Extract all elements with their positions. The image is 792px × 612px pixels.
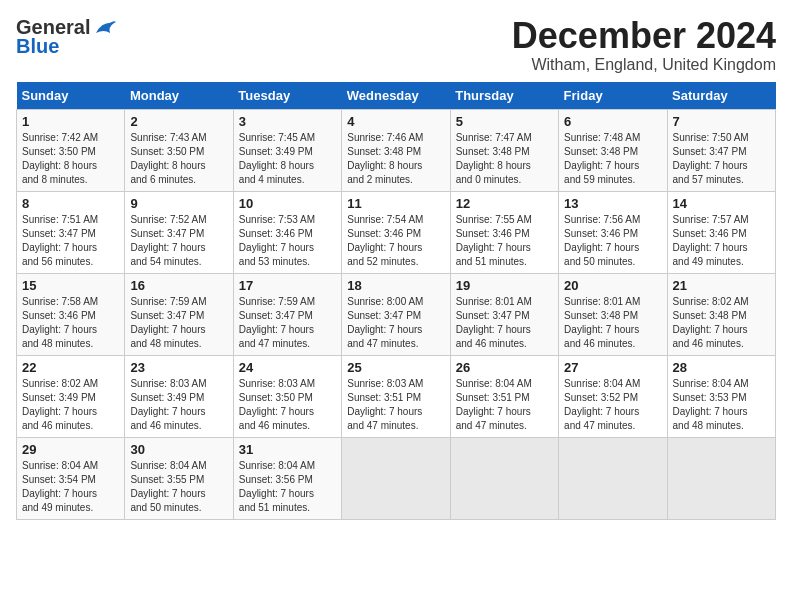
calendar-cell: 21Sunrise: 8:02 AMSunset: 3:48 PMDayligh… bbox=[667, 273, 775, 355]
calendar-cell: 28Sunrise: 8:04 AMSunset: 3:53 PMDayligh… bbox=[667, 355, 775, 437]
day-number: 23 bbox=[130, 360, 227, 375]
day-number: 16 bbox=[130, 278, 227, 293]
day-number: 5 bbox=[456, 114, 553, 129]
day-info: Sunrise: 8:02 AMSunset: 3:48 PMDaylight:… bbox=[673, 295, 770, 351]
calendar-cell: 11Sunrise: 7:54 AMSunset: 3:46 PMDayligh… bbox=[342, 191, 450, 273]
calendar-cell: 9Sunrise: 7:52 AMSunset: 3:47 PMDaylight… bbox=[125, 191, 233, 273]
day-number: 3 bbox=[239, 114, 336, 129]
day-info: Sunrise: 8:04 AMSunset: 3:53 PMDaylight:… bbox=[673, 377, 770, 433]
day-number: 25 bbox=[347, 360, 444, 375]
day-info: Sunrise: 7:56 AMSunset: 3:46 PMDaylight:… bbox=[564, 213, 661, 269]
calendar-body: 1Sunrise: 7:42 AMSunset: 3:50 PMDaylight… bbox=[17, 109, 776, 519]
logo-blue-text: Blue bbox=[16, 35, 59, 58]
week-row-1: 1Sunrise: 7:42 AMSunset: 3:50 PMDaylight… bbox=[17, 109, 776, 191]
day-number: 27 bbox=[564, 360, 661, 375]
month-title: December 2024 bbox=[512, 16, 776, 56]
day-info: Sunrise: 7:42 AMSunset: 3:50 PMDaylight:… bbox=[22, 131, 119, 187]
week-row-2: 8Sunrise: 7:51 AMSunset: 3:47 PMDaylight… bbox=[17, 191, 776, 273]
calendar-cell: 10Sunrise: 7:53 AMSunset: 3:46 PMDayligh… bbox=[233, 191, 341, 273]
calendar-cell: 15Sunrise: 7:58 AMSunset: 3:46 PMDayligh… bbox=[17, 273, 125, 355]
day-info: Sunrise: 7:58 AMSunset: 3:46 PMDaylight:… bbox=[22, 295, 119, 351]
day-number: 10 bbox=[239, 196, 336, 211]
week-row-5: 29Sunrise: 8:04 AMSunset: 3:54 PMDayligh… bbox=[17, 437, 776, 519]
calendar-cell bbox=[667, 437, 775, 519]
calendar-cell: 20Sunrise: 8:01 AMSunset: 3:48 PMDayligh… bbox=[559, 273, 667, 355]
day-info: Sunrise: 7:59 AMSunset: 3:47 PMDaylight:… bbox=[239, 295, 336, 351]
week-row-3: 15Sunrise: 7:58 AMSunset: 3:46 PMDayligh… bbox=[17, 273, 776, 355]
day-info: Sunrise: 8:04 AMSunset: 3:52 PMDaylight:… bbox=[564, 377, 661, 433]
day-info: Sunrise: 8:04 AMSunset: 3:51 PMDaylight:… bbox=[456, 377, 553, 433]
calendar-cell: 29Sunrise: 8:04 AMSunset: 3:54 PMDayligh… bbox=[17, 437, 125, 519]
day-info: Sunrise: 8:03 AMSunset: 3:50 PMDaylight:… bbox=[239, 377, 336, 433]
day-info: Sunrise: 7:52 AMSunset: 3:47 PMDaylight:… bbox=[130, 213, 227, 269]
day-number: 21 bbox=[673, 278, 770, 293]
day-info: Sunrise: 7:43 AMSunset: 3:50 PMDaylight:… bbox=[130, 131, 227, 187]
day-header-monday: Monday bbox=[125, 82, 233, 110]
day-number: 31 bbox=[239, 442, 336, 457]
day-number: 6 bbox=[564, 114, 661, 129]
day-info: Sunrise: 8:01 AMSunset: 3:48 PMDaylight:… bbox=[564, 295, 661, 351]
calendar-cell: 31Sunrise: 8:04 AMSunset: 3:56 PMDayligh… bbox=[233, 437, 341, 519]
calendar-cell: 2Sunrise: 7:43 AMSunset: 3:50 PMDaylight… bbox=[125, 109, 233, 191]
day-info: Sunrise: 8:02 AMSunset: 3:49 PMDaylight:… bbox=[22, 377, 119, 433]
calendar-cell: 12Sunrise: 7:55 AMSunset: 3:46 PMDayligh… bbox=[450, 191, 558, 273]
day-header-friday: Friday bbox=[559, 82, 667, 110]
day-header-tuesday: Tuesday bbox=[233, 82, 341, 110]
title-area: December 2024 Witham, England, United Ki… bbox=[512, 16, 776, 74]
day-number: 14 bbox=[673, 196, 770, 211]
day-number: 18 bbox=[347, 278, 444, 293]
day-number: 17 bbox=[239, 278, 336, 293]
calendar-cell: 6Sunrise: 7:48 AMSunset: 3:48 PMDaylight… bbox=[559, 109, 667, 191]
day-number: 19 bbox=[456, 278, 553, 293]
day-info: Sunrise: 8:00 AMSunset: 3:47 PMDaylight:… bbox=[347, 295, 444, 351]
day-info: Sunrise: 7:55 AMSunset: 3:46 PMDaylight:… bbox=[456, 213, 553, 269]
day-info: Sunrise: 7:47 AMSunset: 3:48 PMDaylight:… bbox=[456, 131, 553, 187]
calendar-cell: 1Sunrise: 7:42 AMSunset: 3:50 PMDaylight… bbox=[17, 109, 125, 191]
day-number: 4 bbox=[347, 114, 444, 129]
day-number: 13 bbox=[564, 196, 661, 211]
day-number: 15 bbox=[22, 278, 119, 293]
week-row-4: 22Sunrise: 8:02 AMSunset: 3:49 PMDayligh… bbox=[17, 355, 776, 437]
day-info: Sunrise: 7:53 AMSunset: 3:46 PMDaylight:… bbox=[239, 213, 336, 269]
calendar-cell: 19Sunrise: 8:01 AMSunset: 3:47 PMDayligh… bbox=[450, 273, 558, 355]
location: Witham, England, United Kingdom bbox=[512, 56, 776, 74]
calendar-cell: 27Sunrise: 8:04 AMSunset: 3:52 PMDayligh… bbox=[559, 355, 667, 437]
day-info: Sunrise: 8:03 AMSunset: 3:51 PMDaylight:… bbox=[347, 377, 444, 433]
calendar-cell: 23Sunrise: 8:03 AMSunset: 3:49 PMDayligh… bbox=[125, 355, 233, 437]
calendar-cell: 18Sunrise: 8:00 AMSunset: 3:47 PMDayligh… bbox=[342, 273, 450, 355]
day-header-sunday: Sunday bbox=[17, 82, 125, 110]
calendar-table: SundayMondayTuesdayWednesdayThursdayFrid… bbox=[16, 82, 776, 520]
calendar-cell: 13Sunrise: 7:56 AMSunset: 3:46 PMDayligh… bbox=[559, 191, 667, 273]
calendar-cell: 4Sunrise: 7:46 AMSunset: 3:48 PMDaylight… bbox=[342, 109, 450, 191]
calendar-cell: 24Sunrise: 8:03 AMSunset: 3:50 PMDayligh… bbox=[233, 355, 341, 437]
calendar-cell: 30Sunrise: 8:04 AMSunset: 3:55 PMDayligh… bbox=[125, 437, 233, 519]
calendar-header-row: SundayMondayTuesdayWednesdayThursdayFrid… bbox=[17, 82, 776, 110]
calendar-cell: 26Sunrise: 8:04 AMSunset: 3:51 PMDayligh… bbox=[450, 355, 558, 437]
calendar-cell bbox=[342, 437, 450, 519]
day-number: 9 bbox=[130, 196, 227, 211]
day-info: Sunrise: 7:51 AMSunset: 3:47 PMDaylight:… bbox=[22, 213, 119, 269]
day-number: 24 bbox=[239, 360, 336, 375]
day-info: Sunrise: 8:04 AMSunset: 3:55 PMDaylight:… bbox=[130, 459, 227, 515]
day-info: Sunrise: 7:45 AMSunset: 3:49 PMDaylight:… bbox=[239, 131, 336, 187]
day-number: 20 bbox=[564, 278, 661, 293]
day-header-wednesday: Wednesday bbox=[342, 82, 450, 110]
calendar-cell: 25Sunrise: 8:03 AMSunset: 3:51 PMDayligh… bbox=[342, 355, 450, 437]
day-header-thursday: Thursday bbox=[450, 82, 558, 110]
day-info: Sunrise: 7:59 AMSunset: 3:47 PMDaylight:… bbox=[130, 295, 227, 351]
day-number: 11 bbox=[347, 196, 444, 211]
day-info: Sunrise: 8:03 AMSunset: 3:49 PMDaylight:… bbox=[130, 377, 227, 433]
calendar-cell: 14Sunrise: 7:57 AMSunset: 3:46 PMDayligh… bbox=[667, 191, 775, 273]
day-info: Sunrise: 7:54 AMSunset: 3:46 PMDaylight:… bbox=[347, 213, 444, 269]
day-info: Sunrise: 8:04 AMSunset: 3:56 PMDaylight:… bbox=[239, 459, 336, 515]
day-info: Sunrise: 8:01 AMSunset: 3:47 PMDaylight:… bbox=[456, 295, 553, 351]
day-number: 2 bbox=[130, 114, 227, 129]
day-number: 12 bbox=[456, 196, 553, 211]
calendar-cell: 7Sunrise: 7:50 AMSunset: 3:47 PMDaylight… bbox=[667, 109, 775, 191]
logo: General Blue bbox=[16, 16, 116, 58]
day-number: 8 bbox=[22, 196, 119, 211]
day-info: Sunrise: 7:46 AMSunset: 3:48 PMDaylight:… bbox=[347, 131, 444, 187]
day-number: 28 bbox=[673, 360, 770, 375]
day-number: 29 bbox=[22, 442, 119, 457]
day-header-saturday: Saturday bbox=[667, 82, 775, 110]
